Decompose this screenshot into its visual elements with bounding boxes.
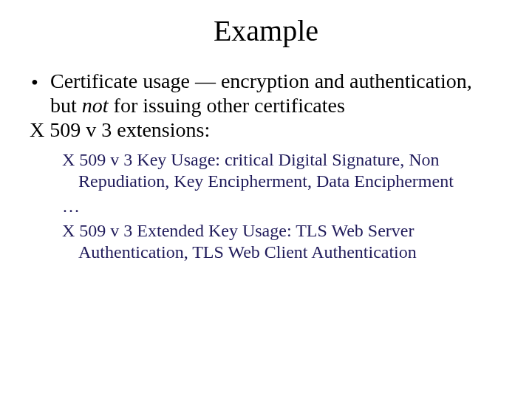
bullet-text-post: for issuing other certificates [109,94,345,117]
bullet-mark: • [30,69,50,95]
ellipsis-line: … [62,196,502,217]
bullet-text: Certificate usage — encryption and authe… [50,69,502,117]
extensions-label: X 509 v 3 extensions: [30,117,502,142]
key-usage-line: X 509 v 3 Key Usage: critical Digital Si… [62,149,502,193]
bullet-item: • Certificate usage — encryption and aut… [30,69,502,117]
bullet-text-em: not [82,94,109,117]
extensions-sub: X 509 v 3 Key Usage: critical Digital Si… [62,149,502,263]
slide-body: • Certificate usage — encryption and aut… [30,69,502,263]
ext-key-usage-line: X 509 v 3 Extended Key Usage: TLS Web Se… [62,220,502,264]
slide-title: Example [30,13,502,48]
slide: Example • Certificate usage — encryption… [0,0,532,399]
